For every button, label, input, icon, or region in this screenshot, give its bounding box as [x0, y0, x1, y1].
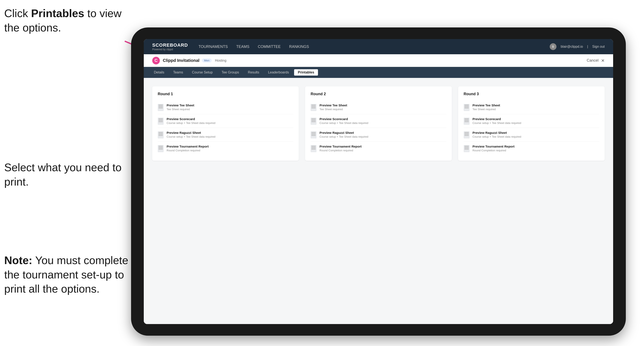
- logo-title: SCOREBOARD: [152, 42, 188, 48]
- round1-tournament-report[interactable]: Preview Tournament Report Round Completi…: [158, 142, 293, 155]
- round3-raguzzi-text: Preview Raguzzi Sheet Course setup + Tee…: [472, 131, 521, 138]
- tab-details[interactable]: Details: [150, 69, 168, 76]
- tournament-name: Clippd Invitational: [163, 58, 199, 63]
- top-nav-right: B blair@clippd.io | Sign out: [550, 43, 605, 50]
- round1-raguzzi-title: Preview Raguzzi Sheet: [166, 131, 216, 135]
- round1-report-text: Preview Tournament Report Round Completi…: [166, 145, 209, 152]
- annotation-note-bold: Note:: [4, 254, 32, 266]
- nav-rankings[interactable]: RANKINGS: [289, 44, 309, 50]
- round2-tournament-report[interactable]: Preview Tournament Report Round Completi…: [310, 142, 446, 155]
- round2-scorecard-title: Preview Scorecard: [320, 117, 368, 121]
- round3-report-text: Preview Tournament Report Round Completi…: [472, 145, 514, 152]
- tab-teams[interactable]: Teams: [169, 69, 187, 76]
- round-1-title: Round 1: [158, 92, 293, 96]
- round3-raguzzi[interactable]: Preview Raguzzi Sheet Course setup + Tee…: [464, 128, 599, 142]
- doc-icon: [158, 104, 164, 111]
- nav-teams[interactable]: TEAMS: [236, 44, 250, 50]
- nav-committee[interactable]: COMMITTEE: [258, 44, 281, 50]
- round2-report-text: Preview Tournament Report Round Completi…: [320, 145, 362, 152]
- rounds-container: Round 1 Preview Tee Sheet Tee Sheet requ…: [152, 86, 605, 161]
- nav-tournaments[interactable]: TOURNAMENTS: [198, 44, 228, 50]
- doc-icon: [464, 131, 470, 139]
- round2-scorecard-text: Preview Scorecard Course setup + Tee She…: [320, 117, 368, 125]
- doc-icon: [158, 118, 164, 125]
- doc-icon: [310, 145, 316, 152]
- doc-icon: [464, 118, 470, 125]
- round2-scorecard[interactable]: Preview Scorecard Course setup + Tee She…: [310, 114, 446, 128]
- separator: |: [587, 45, 588, 48]
- doc-icon: [158, 131, 164, 139]
- round1-tee-sheet-text: Preview Tee Sheet Tee Sheet required: [166, 103, 194, 111]
- round2-report-sub: Round Completion required: [320, 149, 362, 152]
- tab-printables[interactable]: Printables: [294, 69, 318, 76]
- round3-tee-sheet-sub: Tee Sheet required: [472, 108, 500, 111]
- round1-report-sub: Round Completion required: [166, 149, 209, 152]
- round1-raguzzi-text: Preview Raguzzi Sheet Course setup + Tee…: [166, 131, 216, 138]
- cancel-text[interactable]: Cancel: [587, 58, 598, 63]
- round2-tee-sheet-text: Preview Tee Sheet Tee Sheet required: [320, 103, 347, 111]
- tournament-badge: Men: [202, 58, 212, 62]
- round-2-title: Round 2: [310, 92, 446, 96]
- round-2-column: Round 2 Preview Tee Sheet Tee Sheet requ…: [305, 86, 452, 161]
- doc-icon: [310, 104, 316, 111]
- round-3-column: Round 3 Preview Tee Sheet Tee Sheet requ…: [458, 86, 605, 161]
- tournament-header: C Clippd Invitational Men Hosting Cancel…: [144, 54, 613, 67]
- round3-tee-sheet-title: Preview Tee Sheet: [472, 103, 500, 107]
- round2-raguzzi-text: Preview Raguzzi Sheet Course setup + Tee…: [320, 131, 368, 138]
- tournament-header-right: Cancel ✕: [587, 58, 605, 63]
- round1-tee-sheet[interactable]: Preview Tee Sheet Tee Sheet required: [158, 101, 293, 114]
- annotation-bottom: Note: You must complete the tournament s…: [4, 253, 135, 296]
- doc-icon: [158, 145, 164, 152]
- logo-sub: Powered by clippd: [152, 48, 188, 51]
- tablet-frame: SCOREBOARD Powered by clippd TOURNAMENTS…: [131, 27, 626, 336]
- round3-raguzzi-title: Preview Raguzzi Sheet: [472, 131, 521, 135]
- top-nav: SCOREBOARD Powered by clippd TOURNAMENTS…: [144, 39, 613, 54]
- round3-tee-sheet-text: Preview Tee Sheet Tee Sheet required: [472, 103, 500, 111]
- sign-out-link[interactable]: Sign out: [592, 45, 605, 48]
- annotation-middle: Select what you need to print.: [4, 161, 123, 189]
- round2-raguzzi[interactable]: Preview Raguzzi Sheet Course setup + Tee…: [310, 128, 446, 142]
- tournament-logo-icon: C: [152, 57, 160, 64]
- round1-tee-sheet-sub: Tee Sheet required: [166, 108, 194, 111]
- doc-icon: [464, 145, 470, 152]
- round3-scorecard[interactable]: Preview Scorecard Course setup + Tee She…: [464, 114, 599, 128]
- tab-tee-groups[interactable]: Tee Groups: [218, 69, 243, 76]
- round3-tee-sheet[interactable]: Preview Tee Sheet Tee Sheet required: [464, 101, 599, 114]
- doc-icon: [310, 118, 316, 125]
- round2-raguzzi-sub: Course setup + Tee Sheet data required: [320, 135, 368, 138]
- tab-course-setup[interactable]: Course Setup: [188, 69, 216, 76]
- tournament-status: Hosting: [215, 59, 226, 62]
- round1-report-title: Preview Tournament Report: [166, 145, 209, 148]
- annotation-bold: Printables: [31, 7, 84, 19]
- round1-raguzzi-sub: Course setup + Tee Sheet data required: [166, 135, 216, 138]
- tablet-screen: SCOREBOARD Powered by clippd TOURNAMENTS…: [144, 39, 613, 324]
- top-nav-links: TOURNAMENTS TEAMS COMMITTEE RANKINGS: [198, 44, 550, 50]
- main-content: Round 1 Preview Tee Sheet Tee Sheet requ…: [144, 78, 613, 324]
- round1-scorecard-title: Preview Scorecard: [166, 117, 216, 121]
- round-1-column: Round 1 Preview Tee Sheet Tee Sheet requ…: [152, 86, 299, 161]
- round-3-title: Round 3: [464, 92, 599, 96]
- tab-results[interactable]: Results: [244, 69, 263, 76]
- round2-report-title: Preview Tournament Report: [320, 145, 362, 148]
- round1-raguzzi[interactable]: Preview Raguzzi Sheet Course setup + Tee…: [158, 128, 293, 142]
- annotation-top: Click Printables to view the options.: [4, 6, 127, 35]
- tab-nav: Details Teams Course Setup Tee Groups Re…: [144, 67, 613, 78]
- round2-tee-sheet[interactable]: Preview Tee Sheet Tee Sheet required: [310, 101, 446, 114]
- round3-tournament-report[interactable]: Preview Tournament Report Round Completi…: [464, 142, 599, 155]
- round1-tee-sheet-title: Preview Tee Sheet: [166, 103, 194, 107]
- round1-scorecard-text: Preview Scorecard Course setup + Tee She…: [166, 117, 216, 125]
- tab-leaderboards[interactable]: Leaderboards: [264, 69, 293, 76]
- round3-report-title: Preview Tournament Report: [472, 145, 514, 148]
- round2-tee-sheet-sub: Tee Sheet required: [320, 108, 347, 111]
- doc-icon: [464, 104, 470, 111]
- round2-scorecard-sub: Course setup + Tee Sheet data required: [320, 121, 368, 125]
- round1-scorecard[interactable]: Preview Scorecard Course setup + Tee She…: [158, 114, 293, 128]
- round2-raguzzi-title: Preview Raguzzi Sheet: [320, 131, 368, 135]
- user-email: blair@clippd.io: [561, 45, 583, 48]
- round3-raguzzi-sub: Course setup + Tee Sheet data required: [472, 135, 521, 138]
- round3-scorecard-title: Preview Scorecard: [472, 117, 521, 121]
- scoreboard-logo: SCOREBOARD Powered by clippd: [152, 42, 188, 51]
- avatar: B: [550, 43, 556, 50]
- close-icon[interactable]: ✕: [601, 58, 605, 63]
- round1-scorecard-sub: Course setup + Tee Sheet data required: [166, 121, 216, 125]
